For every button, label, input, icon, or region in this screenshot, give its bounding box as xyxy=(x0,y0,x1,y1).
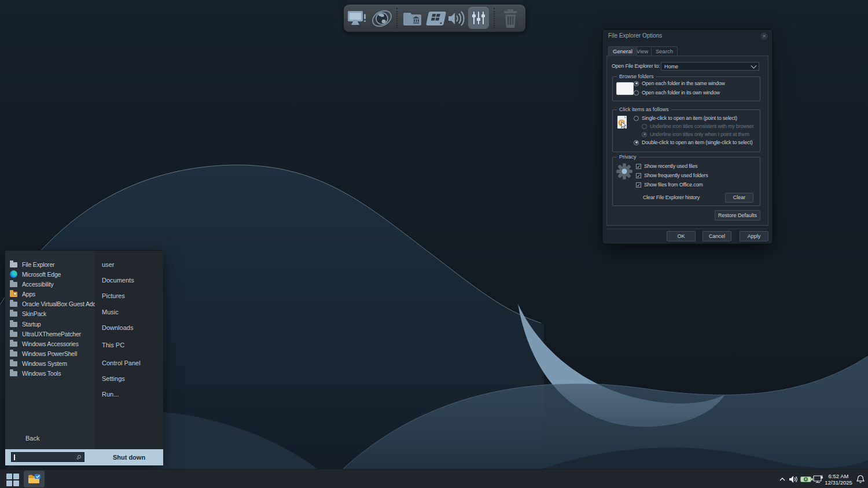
folder-icon xyxy=(10,311,17,317)
ok-button[interactable]: OK xyxy=(667,231,696,241)
folder-check-icon xyxy=(27,474,41,485)
tab-general[interactable]: General xyxy=(608,46,637,56)
folder-icon xyxy=(10,282,17,287)
radio-underline-consistent: Underline icon titles consistent with my… xyxy=(642,123,753,129)
radio-icon xyxy=(634,81,639,86)
click-items-group: Click items as follows Single-click to o… xyxy=(612,109,760,152)
chevron-down-icon xyxy=(751,63,757,68)
recycle-bin-icon[interactable] xyxy=(501,5,520,32)
taskbar: 6:52 AM 12/31/2025 xyxy=(0,469,868,488)
click-items-icon xyxy=(616,115,630,133)
tab-search[interactable]: Search xyxy=(651,46,678,56)
system-drive-icon[interactable] xyxy=(424,5,447,32)
tray-notifications-bell-icon[interactable] xyxy=(855,469,866,488)
tray-date: 12/31/2025 xyxy=(825,479,852,486)
check-frequent-folders[interactable]: ✓ Show frequently used folders xyxy=(636,173,708,178)
start-item-ultrauxthemepatcher[interactable]: UltraUXThemePatcher xyxy=(5,329,95,339)
check-recent-files[interactable]: ✓ Show recently used files xyxy=(636,163,697,169)
cancel-button[interactable]: Cancel xyxy=(703,231,731,241)
start-item-startup[interactable]: Startup xyxy=(5,319,95,329)
search-icon xyxy=(78,455,81,458)
start-item-windows-system[interactable]: Windows System xyxy=(5,358,95,368)
folder-icon xyxy=(10,322,17,327)
apps-folder-icon xyxy=(10,292,17,297)
start-item-windows-powershell[interactable]: Windows PowerShell xyxy=(5,348,95,358)
checkbox-icon: ✓ xyxy=(636,173,641,178)
radio-own-window[interactable]: Open each folder in its own window xyxy=(634,90,720,96)
radio-underline-point: Underline icon titles only when I point … xyxy=(642,131,749,137)
folder-icon xyxy=(10,262,17,267)
network-globe-icon[interactable] xyxy=(370,5,393,32)
browse-folders-group: Browse folders Open each folder in the s… xyxy=(612,76,760,101)
restore-defaults-button[interactable]: Restore Defaults xyxy=(715,210,760,221)
folder-icon xyxy=(10,351,17,357)
start-item-run[interactable]: Run... xyxy=(95,390,163,399)
start-item-microsoft-edge[interactable]: Microsoft Edge xyxy=(5,269,95,279)
settings-mixer-icon[interactable] xyxy=(468,7,489,29)
start-item-music[interactable]: Music xyxy=(95,307,163,317)
start-item-skinpack[interactable]: SkinPack xyxy=(5,309,95,318)
privacy-group: Privacy ✓ Show recently used files ✓ Sho… xyxy=(612,157,760,206)
tray-battery-icon[interactable] xyxy=(800,469,814,488)
file-explorer-options-dialog: File Explorer Options ✕ General View Sea… xyxy=(602,29,773,244)
start-item-apps[interactable]: Apps xyxy=(5,289,95,299)
start-item-windows-accessories[interactable]: Windows Accessories xyxy=(5,339,95,348)
start-item-settings[interactable]: Settings xyxy=(95,374,163,383)
computer-icon[interactable] xyxy=(346,5,368,32)
tray-time: 6:52 AM xyxy=(829,473,849,479)
start-item-pictures[interactable]: Pictures xyxy=(95,291,163,300)
start-item-accessibility[interactable]: Accessibility xyxy=(5,279,95,289)
tray-network-icon[interactable] xyxy=(812,469,824,488)
user-folder-icon[interactable] xyxy=(403,5,424,32)
edge-icon xyxy=(10,270,17,278)
dialog-title: File Explorer Options xyxy=(608,32,662,39)
close-icon[interactable]: ✕ xyxy=(760,32,768,40)
checkbox-icon: ✓ xyxy=(636,182,641,188)
clear-button[interactable]: Clear xyxy=(725,193,753,203)
start-item-file-explorer[interactable]: File Explorer xyxy=(5,259,95,269)
radio-icon xyxy=(634,90,639,96)
taskbar-file-explorer-options[interactable] xyxy=(24,471,45,487)
radio-icon xyxy=(634,140,639,145)
start-menu-bottom-bar: Shut down xyxy=(5,449,163,465)
dock-separator xyxy=(494,8,495,28)
text-caret xyxy=(14,454,15,460)
start-item-user[interactable]: user xyxy=(95,260,163,269)
gear-icon xyxy=(615,162,634,182)
start-button[interactable] xyxy=(6,474,19,486)
start-item-this-pc[interactable]: This PC xyxy=(95,340,163,350)
radio-icon xyxy=(642,124,647,129)
back-button[interactable]: Back xyxy=(25,435,39,442)
radio-icon xyxy=(642,132,647,137)
dock-separator xyxy=(396,8,398,28)
open-to-label: Open File Explorer to: xyxy=(612,63,660,69)
start-item-documents[interactable]: Documents xyxy=(95,276,163,285)
check-office-files[interactable]: ✓ Show files from Office.com xyxy=(636,182,703,188)
open-to-select[interactable]: Home xyxy=(661,62,759,71)
start-item-virtualbox[interactable]: Oracle VirtualBox Guest Additi... xyxy=(5,299,95,309)
clear-history-label: Clear File Explorer history xyxy=(643,195,700,200)
radio-icon xyxy=(634,116,639,121)
checkbox-icon: ✓ xyxy=(636,164,641,169)
start-item-downloads[interactable]: Downloads xyxy=(95,323,163,332)
tray-chevron-up-icon[interactable] xyxy=(778,469,787,488)
tray-volume-icon[interactable] xyxy=(788,469,799,488)
folder-icon xyxy=(10,361,17,366)
volume-icon[interactable] xyxy=(446,5,467,32)
radio-double-click[interactable]: Double-click to open an item (single-cli… xyxy=(634,140,752,145)
shutdown-button[interactable]: Shut down xyxy=(95,449,163,465)
floating-dock xyxy=(343,4,526,32)
radio-single-click[interactable]: Single-click to open an item (point to s… xyxy=(634,115,737,121)
start-menu: File Explorer Microsoft Edge Accessibili… xyxy=(5,250,163,465)
folder-icon xyxy=(10,302,17,307)
start-item-windows-tools[interactable]: Windows Tools xyxy=(5,368,95,378)
dialog-footer-divider xyxy=(606,229,767,229)
radio-same-window[interactable]: Open each folder in the same window xyxy=(634,80,725,86)
start-item-control-panel[interactable]: Control Panel xyxy=(95,358,163,368)
folder-icon xyxy=(10,342,17,347)
taskbar-clock[interactable]: 6:52 AM 12/31/2025 xyxy=(823,469,854,488)
folder-icon xyxy=(10,371,17,376)
search-input[interactable] xyxy=(11,452,84,462)
apply-button[interactable]: Apply xyxy=(740,231,768,241)
desktop: { "dock": { "icons": [ {"name": "compute… xyxy=(0,0,868,488)
